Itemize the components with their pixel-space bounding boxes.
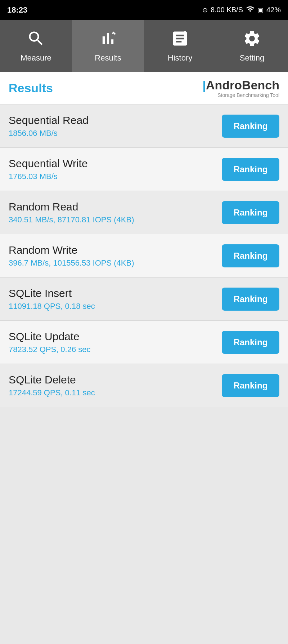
- results-icon: [99, 29, 117, 50]
- result-name: Random Write: [9, 244, 222, 256]
- result-item: Sequential Read 1856.06 MB/s Ranking: [0, 105, 288, 148]
- page-title: Results: [9, 81, 53, 95]
- result-item: Random Read 340.51 MB/s, 87170.81 IOPS (…: [0, 191, 288, 234]
- wifi-icon: [246, 5, 255, 15]
- tab-history[interactable]: History: [144, 20, 216, 72]
- result-name: Sequential Write: [9, 157, 222, 170]
- result-info: SQLite Delete 17244.59 QPS, 0.11 sec: [9, 374, 222, 397]
- ranking-button[interactable]: Ranking: [222, 158, 279, 181]
- result-value: 1856.06 MB/s: [9, 129, 222, 138]
- battery-icon: ▣: [257, 6, 264, 14]
- status-right: ⊙ 8.00 KB/S ▣ 42%: [202, 5, 281, 15]
- result-value: 17244.59 QPS, 0.11 sec: [9, 388, 222, 397]
- ranking-button[interactable]: Ranking: [222, 331, 279, 354]
- bottom-space: [0, 407, 288, 587]
- status-time: 18:23: [7, 5, 27, 15]
- ranking-button[interactable]: Ranking: [222, 115, 279, 138]
- result-name: SQLite Update: [9, 330, 222, 343]
- result-info: SQLite Update 7823.52 QPS, 0.26 sec: [9, 330, 222, 354]
- tab-setting-label: Setting: [240, 53, 265, 63]
- result-name: SQLite Insert: [9, 287, 222, 299]
- history-icon: [171, 29, 189, 50]
- result-info: Random Write 396.7 MB/s, 101556.53 IOPS …: [9, 244, 222, 268]
- result-item: Sequential Write 1765.03 MB/s Ranking: [0, 148, 288, 191]
- app-logo: |AndroBench Storage Benchmarking Tool: [202, 78, 279, 98]
- result-info: Sequential Write 1765.03 MB/s: [9, 157, 222, 181]
- tab-results-label: Results: [95, 53, 121, 63]
- result-name: Random Read: [9, 201, 222, 213]
- results-list: Sequential Read 1856.06 MB/s Ranking Seq…: [0, 105, 288, 407]
- tab-history-label: History: [168, 53, 192, 63]
- settings-icon: [243, 29, 261, 50]
- result-item: Random Write 396.7 MB/s, 101556.53 IOPS …: [0, 234, 288, 277]
- measure-icon: [27, 29, 45, 50]
- tab-setting[interactable]: Setting: [216, 20, 288, 72]
- status-bar: 18:23 ⊙ 8.00 KB/S ▣ 42%: [0, 0, 288, 20]
- logo-text: |AndroBench: [202, 78, 279, 92]
- page-header: Results |AndroBench Storage Benchmarking…: [0, 72, 288, 105]
- result-item: SQLite Update 7823.52 QPS, 0.26 sec Rank…: [0, 321, 288, 364]
- status-battery: 42%: [266, 6, 281, 14]
- result-value: 7823.52 QPS, 0.26 sec: [9, 345, 222, 354]
- result-value: 11091.18 QPS, 0.18 sec: [9, 302, 222, 311]
- nav-tabs: Measure Results History Setting: [0, 20, 288, 72]
- speedometer-icon: ⊙: [202, 6, 208, 14]
- ranking-button[interactable]: Ranking: [222, 244, 279, 267]
- result-value: 396.7 MB/s, 101556.53 IOPS (4KB): [9, 258, 222, 268]
- ranking-button[interactable]: Ranking: [222, 288, 279, 311]
- ranking-button[interactable]: Ranking: [222, 374, 279, 397]
- result-name: Sequential Read: [9, 114, 222, 126]
- result-info: Random Read 340.51 MB/s, 87170.81 IOPS (…: [9, 201, 222, 225]
- logo-subtitle: Storage Benchmarking Tool: [217, 92, 279, 98]
- result-info: SQLite Insert 11091.18 QPS, 0.18 sec: [9, 287, 222, 311]
- status-speed: 8.00 KB/S: [211, 6, 243, 14]
- result-value: 340.51 MB/s, 87170.81 IOPS (4KB): [9, 215, 222, 225]
- tab-measure-label: Measure: [21, 53, 51, 63]
- result-item: SQLite Delete 17244.59 QPS, 0.11 sec Ran…: [0, 364, 288, 407]
- result-value: 1765.03 MB/s: [9, 172, 222, 181]
- result-item: SQLite Insert 11091.18 QPS, 0.18 sec Ran…: [0, 277, 288, 321]
- tab-measure[interactable]: Measure: [0, 20, 72, 72]
- result-name: SQLite Delete: [9, 374, 222, 386]
- result-info: Sequential Read 1856.06 MB/s: [9, 114, 222, 138]
- tab-results[interactable]: Results: [72, 20, 144, 72]
- ranking-button[interactable]: Ranking: [222, 201, 279, 224]
